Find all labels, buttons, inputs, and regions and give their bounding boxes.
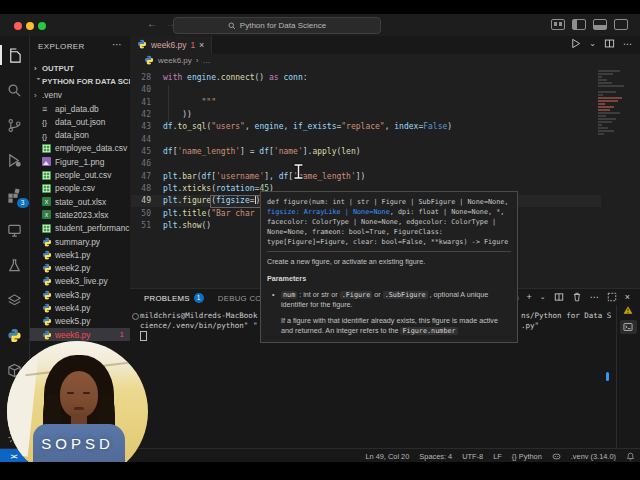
tree-item-data-out-json[interactable]: data_out.json <box>30 115 130 128</box>
tree-item-api-data-db[interactable]: api_data.db <box>30 102 130 115</box>
activity-python-icon[interactable] <box>4 324 26 346</box>
layout-sidebar-left-icon[interactable] <box>572 19 586 30</box>
layout-sidebar-right-icon[interactable] <box>614 19 628 30</box>
minimap-line <box>598 112 620 114</box>
editor-more-actions-icon[interactable]: ⋯ <box>623 39 632 49</box>
code-line-42[interactable]: 42 )) <box>130 109 640 121</box>
traffic-zoom-button[interactable] <box>38 22 46 30</box>
code-line-40[interactable]: 40 <box>130 84 640 96</box>
code-line-45[interactable]: 45df['name_length'] = df['name'].apply(l… <box>130 146 640 158</box>
code-line-41[interactable]: 41 """ <box>130 97 640 109</box>
tree-item-week4-py[interactable]: week4.py <box>30 301 130 314</box>
traffic-minimize-button[interactable] <box>26 22 34 30</box>
signature-line: type[Figure]=Figure, clear: bool=False, … <box>267 237 511 247</box>
status-ln-49-col-20[interactable]: Ln 49, Col 20 <box>365 452 409 461</box>
tree-section-python-for-data-scie-[interactable]: ›PYTHON FOR DATA SCIE... <box>30 75 130 88</box>
activity-beaker-icon[interactable] <box>4 254 26 276</box>
tree-item-week2-py[interactable]: week2.py <box>30 261 130 274</box>
new-terminal-icon[interactable]: + <box>527 292 532 302</box>
file-name: summary.py <box>55 237 100 247</box>
activity-remote-explorer-icon[interactable] <box>4 219 26 241</box>
minimap-line <box>598 127 608 129</box>
csv-file-icon <box>42 171 51 180</box>
terminal-dropdown-icon[interactable]: ⌄ <box>540 293 546 301</box>
status--venv-3-14-0-[interactable]: .venv (3.14.0) <box>571 452 616 461</box>
tree-item-people-csv[interactable]: people.csv <box>30 182 130 195</box>
trash-icon[interactable] <box>572 292 582 302</box>
grid-icon[interactable] <box>551 19 565 30</box>
tree-item-week6-py[interactable]: week6.py1 <box>30 328 130 341</box>
file-name: OUTPUT <box>42 64 74 73</box>
activity-layers-icon[interactable] <box>4 289 26 311</box>
minimap-line <box>598 103 605 105</box>
json-file-icon <box>42 117 51 126</box>
tree-item-student-performanc-[interactable]: student_performanc... <box>30 222 130 235</box>
code-line-44[interactable]: 44 <box>130 134 640 146</box>
activity-files-icon[interactable] <box>4 44 26 66</box>
video-frame: ← → Python for Data Science 3 EXPLORER ⋯… <box>0 0 640 480</box>
panel-restore-icon[interactable] <box>607 292 617 302</box>
status--python[interactable]: {} Python <box>512 452 542 461</box>
tree-item-figure-1-png[interactable]: Figure_1.png <box>30 155 130 168</box>
activity-source-control-icon[interactable] <box>4 114 26 136</box>
tree-item-week3-live-py[interactable]: week3_live.py <box>30 275 130 288</box>
activity-badge: 3 <box>17 198 29 208</box>
tab-week6[interactable]: week6.py 1 × <box>130 36 212 54</box>
tree-item-week5-py[interactable]: week5.py <box>30 315 130 328</box>
run-file-button[interactable] <box>570 38 581 49</box>
status-utf-8[interactable]: UTF-8 <box>462 452 483 461</box>
tree-item-state-out-xlsx[interactable]: state_out.xlsx <box>30 195 130 208</box>
chevron-down-icon: › <box>34 78 43 86</box>
file-name: week5.py <box>55 316 90 326</box>
tab-problems[interactable]: PROBLEMS 1 <box>144 293 204 303</box>
xlsx-file-icon <box>42 210 51 219</box>
run-dropdown-icon[interactable]: ⌄ <box>589 39 596 48</box>
close-panel-icon[interactable]: × <box>625 292 630 302</box>
tree-item-employee-data-csv[interactable]: employee_data.csv <box>30 142 130 155</box>
minimap-line <box>598 124 602 126</box>
tree-item-state2023-xlsx[interactable]: state2023.xlsx <box>30 208 130 221</box>
minimap-line <box>598 121 612 123</box>
split-editor-icon[interactable] <box>604 38 615 49</box>
code-line-28[interactable]: 28with engine.connect() as conn: <box>130 72 640 84</box>
code-line-47[interactable]: 47plt.bar(df['username'], df['name_lengt… <box>130 171 640 183</box>
terminal-tab-item[interactable] <box>620 320 637 334</box>
activity-extensions-icon[interactable]: 3 <box>4 184 26 206</box>
signature-line: def figure(num: int | str | Figure | Sub… <box>267 197 511 207</box>
panel-scrollbar[interactable] <box>606 372 609 381</box>
activity-debug-icon[interactable] <box>4 149 26 171</box>
panel-more-actions-icon[interactable]: ⋯ <box>590 292 599 302</box>
function-signature: def figure(num: int | str | Figure | Sub… <box>267 197 511 247</box>
layout-panel-icon[interactable] <box>593 19 607 30</box>
signature-line: None=None, frameon: bool=True, FigureCla… <box>267 227 511 237</box>
terminal-output[interactable]: mildchris@Mildreds-MacBookcience/.venv/b… <box>140 311 257 330</box>
breadcrumb[interactable]: week6.py › … <box>130 54 640 67</box>
tree-item-people-out-csv[interactable]: people_out.csv <box>30 168 130 181</box>
tooltip-param-num: num : int or str or .Figure or .SubFigur… <box>267 290 506 310</box>
explorer-more-actions-icon[interactable]: ⋯ <box>112 39 122 50</box>
activity-search-icon[interactable] <box>4 79 26 101</box>
history-back-button[interactable]: ← <box>147 18 157 29</box>
code-line-43[interactable]: 43df.to_sql("users", engine, if_exists="… <box>130 121 640 133</box>
close-tab-icon[interactable]: × <box>199 40 204 50</box>
status-spaces-4[interactable]: Spaces: 4 <box>419 452 452 461</box>
python-file-icon <box>42 250 52 260</box>
command-center-search[interactable]: Python for Data Science <box>173 17 381 34</box>
traffic-close-button[interactable] <box>14 22 22 30</box>
minimap[interactable] <box>598 70 632 150</box>
tree-item-data-json[interactable]: data.json <box>30 128 130 141</box>
terminal-output-right-2: .py" <box>521 321 539 330</box>
status-lf[interactable]: LF <box>493 452 502 461</box>
copilot-icon[interactable] <box>552 452 561 461</box>
minimap-line <box>598 94 603 96</box>
code-line-46[interactable]: 46 <box>130 158 640 170</box>
code-text: df.to_sql("users", engine, if_exists="re… <box>163 121 452 133</box>
tree-item-week1-py[interactable]: week1.py <box>30 248 130 261</box>
tree-item-week3-py[interactable]: week3.py <box>30 288 130 301</box>
split-terminal-icon[interactable] <box>554 292 564 302</box>
tree-section-output[interactable]: ›OUTPUT <box>30 62 130 75</box>
tree-item--venv[interactable]: ›.venv <box>30 89 130 102</box>
line-number: 40 <box>130 84 151 96</box>
bell-icon[interactable] <box>626 452 635 461</box>
tree-item-summary-py[interactable]: summary.py <box>30 235 130 248</box>
